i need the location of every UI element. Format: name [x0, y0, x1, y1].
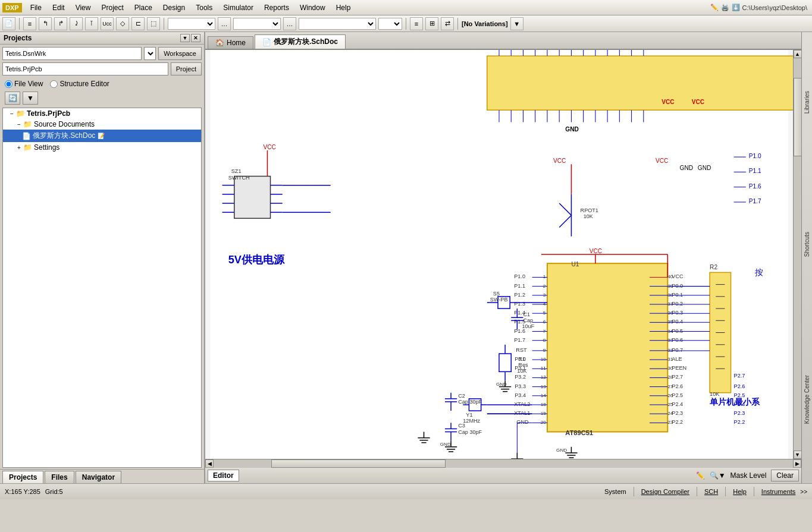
- scroll-thumb[interactable]: [794, 78, 802, 156]
- svg-text:SZ1: SZ1: [231, 168, 242, 174]
- btn4[interactable]: ⤸: [70, 17, 83, 30]
- structure-editor-label: Structure Editor: [59, 80, 109, 88]
- knowledge-center-label[interactable]: Knowledge Center: [802, 373, 811, 426]
- menu-help[interactable]: Help: [331, 2, 356, 14]
- clear-button[interactable]: Clear: [771, 470, 799, 481]
- horizontal-scrollbar[interactable]: ◀ ▶: [205, 459, 801, 467]
- browse-btn[interactable]: …: [218, 17, 231, 30]
- tree-source-docs[interactable]: − 📁 Source Documents: [3, 119, 201, 130]
- scroll-down-btn[interactable]: ▼: [794, 451, 802, 459]
- schematic-canvas[interactable]: VCC VCC GND SZ1 SWITCH: [205, 50, 793, 459]
- grid3-btn[interactable]: ⇄: [441, 17, 454, 30]
- tab-projects[interactable]: Projects: [2, 471, 43, 483]
- menu-reports[interactable]: Reports: [259, 2, 294, 14]
- menu-simulator[interactable]: Simulator: [218, 2, 258, 14]
- h-scroll-thumb[interactable]: [271, 459, 445, 468]
- tree-root[interactable]: − 📁 Tetris.PrjPcb: [3, 108, 201, 119]
- tab-bar: 🏠 Home 📄 俄罗斯方块.SchDoc: [205, 32, 801, 50]
- btn1[interactable]: ≡: [23, 17, 36, 30]
- grid2-btn[interactable]: ⊞: [425, 17, 438, 30]
- btn8[interactable]: ⊏: [131, 17, 145, 30]
- h-scroll-track[interactable]: [214, 459, 793, 468]
- btn5[interactable]: ⊺: [85, 17, 98, 30]
- panel-dropdown-btn[interactable]: ▼: [23, 92, 38, 105]
- file-view-radio[interactable]: File View: [5, 80, 43, 88]
- svg-text:19: 19: [541, 411, 546, 416]
- project-input[interactable]: [2, 62, 168, 75]
- btn3[interactable]: ↱: [54, 17, 67, 30]
- menu-project[interactable]: Project: [96, 2, 128, 14]
- variations-arrow[interactable]: ▼: [510, 17, 523, 30]
- variant-dropdown[interactable]: [233, 18, 281, 30]
- svg-text:9: 9: [543, 348, 546, 353]
- svg-text:P1.6: P1.6: [749, 183, 761, 190]
- tree-source-expand[interactable]: −: [15, 121, 23, 128]
- svg-text:PEEN: PEEN: [672, 365, 686, 371]
- scroll-up-btn[interactable]: ▲: [794, 50, 802, 58]
- sep3: [725, 487, 726, 496]
- menu-tools[interactable]: Tools: [191, 2, 217, 14]
- component-dropdown[interactable]: [168, 18, 215, 30]
- menu-edit[interactable]: Edit: [48, 2, 70, 14]
- shortcuts-label[interactable]: Shortcuts: [802, 229, 811, 259]
- tree-settings-expand[interactable]: +: [15, 144, 23, 151]
- btn9[interactable]: ⬚: [147, 17, 160, 30]
- variant-btn[interactable]: …: [283, 17, 296, 30]
- tree-root-expand[interactable]: −: [8, 111, 16, 117]
- file-view-input[interactable]: [5, 80, 12, 88]
- workspace-button[interactable]: Workspace: [158, 47, 202, 60]
- project-button[interactable]: Project: [171, 62, 202, 75]
- svg-text:12MHz: 12MHz: [463, 418, 480, 424]
- status-bar: X:165 Y:285 Grid:5 System Design Compile…: [0, 483, 812, 499]
- workspace-input[interactable]: [2, 47, 142, 60]
- tab-schdoc[interactable]: 📄 俄罗斯方块.SchDoc: [255, 34, 346, 49]
- btn2[interactable]: ↰: [39, 17, 52, 30]
- scroll-left-btn[interactable]: ◀: [205, 459, 214, 468]
- panel-pin-btn[interactable]: ▼: [180, 34, 190, 42]
- svg-text:P2.7: P2.7: [672, 374, 683, 380]
- svg-text:C3: C3: [458, 423, 465, 429]
- editor-tab[interactable]: Editor: [208, 470, 239, 481]
- right-panel: 🏠 Home 📄 俄罗斯方块.SchDoc: [205, 32, 801, 483]
- bottom-right-area: ✏️ 🔍▼ Mask Level Clear: [696, 470, 799, 481]
- tree-settings-icon: 📁: [23, 143, 32, 152]
- tab-home[interactable]: 🏠 Home: [208, 36, 253, 49]
- tree-settings[interactable]: + 📁 Settings: [3, 142, 201, 153]
- menu-design[interactable]: Design: [158, 2, 190, 14]
- svg-text:VCC: VCC: [661, 99, 675, 105]
- help-btn[interactable]: Help: [733, 488, 747, 495]
- tab-navigator[interactable]: Navigator: [76, 471, 121, 483]
- vertical-scrollbar[interactable]: ▲ ▼: [793, 50, 801, 459]
- menu-view[interactable]: View: [71, 2, 96, 14]
- workspace-arrow[interactable]: ▼: [144, 47, 156, 60]
- system-btn[interactable]: System: [604, 488, 626, 495]
- svg-text:12: 12: [541, 374, 546, 380]
- svg-text:ALE: ALE: [672, 356, 682, 362]
- tree-schdoc[interactable]: 📄 俄罗斯方块.SchDoc 📝: [3, 130, 201, 142]
- scroll-right-btn[interactable]: ▶: [793, 459, 801, 468]
- net-dropdown[interactable]: [299, 18, 376, 30]
- refresh-btn[interactable]: 🔄: [5, 92, 20, 105]
- menu-place[interactable]: Place: [130, 2, 157, 14]
- structure-editor-radio[interactable]: Structure Editor: [50, 80, 109, 88]
- svg-text:XTAL1: XTAL1: [514, 410, 530, 416]
- sch-btn[interactable]: SCH: [704, 488, 718, 495]
- net2-dropdown[interactable]: [378, 18, 402, 30]
- scroll-track[interactable]: [794, 58, 802, 451]
- design-compiler-btn[interactable]: Design Compiler: [641, 488, 689, 495]
- expand-btn[interactable]: >>: [800, 489, 807, 495]
- structure-editor-input[interactable]: [50, 80, 58, 88]
- sep4: [754, 487, 754, 496]
- tree-settings-label: Settings: [34, 143, 59, 152]
- btn6[interactable]: Ucc: [101, 17, 114, 30]
- btn7[interactable]: ◇: [116, 17, 129, 30]
- tab-files[interactable]: Files: [45, 471, 74, 483]
- new-btn[interactable]: 📄: [2, 17, 15, 30]
- menu-window[interactable]: Window: [295, 2, 330, 14]
- panel-close-btn[interactable]: ✕: [191, 34, 200, 42]
- grid-btn[interactable]: ≡: [410, 17, 423, 30]
- instruments-btn[interactable]: Instruments: [761, 488, 795, 495]
- menu-file[interactable]: File: [26, 2, 46, 14]
- libraries-label[interactable]: Libraries: [802, 89, 811, 116]
- svg-text:2: 2: [543, 284, 546, 289]
